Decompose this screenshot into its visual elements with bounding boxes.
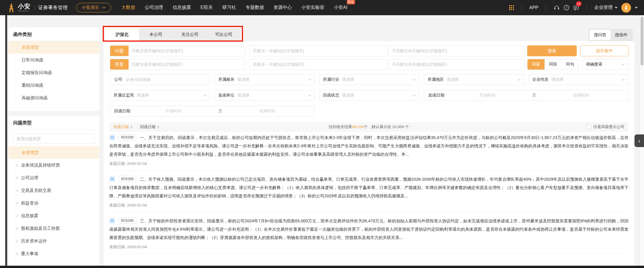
question-match-all-input[interactable] xyxy=(129,46,245,56)
nav-item-bigdata[interactable]: 大数据 xyxy=(121,5,135,11)
chevron-down-icon xyxy=(413,95,416,97)
precise-search-select[interactable]: 精确搜索 xyxy=(582,59,628,70)
stock-code-tag[interactable]: 603266 xyxy=(119,176,136,182)
scope-same-sentence[interactable]: 同句 xyxy=(561,59,578,70)
result-question-text[interactable]: 三、关于标的外部投资者退出安排。回函显示，标的公司2024年7月B+轮估值为投前… xyxy=(109,219,628,240)
question-type-major-events[interactable]: 重大事项 xyxy=(9,247,99,260)
nav-item-disclosure[interactable]: 信息披露 xyxy=(173,5,191,11)
scrollbar-thumb[interactable] xyxy=(641,17,643,65)
chevron-right-icon xyxy=(16,252,18,255)
divider xyxy=(586,5,587,10)
answer-match-all-input[interactable] xyxy=(129,59,245,70)
notification-count-badge: 13 xyxy=(576,1,582,6)
letter-type-daily-inquiry[interactable]: 日常问询函 xyxy=(9,54,99,66)
help-icon[interactable]: ? xyxy=(563,5,570,11)
headset-icon[interactable] xyxy=(554,5,560,11)
stock-code-tag[interactable]: 603266 xyxy=(119,217,136,223)
env-selector-label: 小安演示 xyxy=(82,5,99,10)
top-navbar: 小安 INHOPE 证券事务管理 小安演示 大数据 公司治理 信息披露 E投关 … xyxy=(0,0,644,15)
csrc-bureau-select[interactable]: 所属证监局 请选择 xyxy=(110,90,210,101)
question-match-none-input[interactable] xyxy=(389,46,524,56)
clear-conditions-button[interactable]: 清空条件 xyxy=(580,45,628,56)
message-icon[interactable]: 13 xyxy=(573,5,579,11)
question-badge: 问 xyxy=(109,135,115,140)
app-window: 小安 INHOPE 证券事务管理 小安演示 大数据 公司治理 信息披露 E投关 … xyxy=(0,0,644,268)
sender-unit-select[interactable]: 发函单位 请选择 xyxy=(215,90,315,101)
result-question-text[interactable]: 一、关于交易目的。回函显示，本次交易完成后，标的公司短期内仍处于亏损状态，将导致… xyxy=(109,135,628,157)
chevron-down-icon xyxy=(517,79,521,81)
answer-match-any-input[interactable] xyxy=(250,59,387,70)
result-question-text[interactable]: 二、关于收入预测。回函显示，本次收入预测以标的公司已定点项目、意向储备项目为基础… xyxy=(109,177,628,198)
question-type-all[interactable]: 全部类型 xyxy=(9,146,99,159)
chevron-down-icon xyxy=(622,79,625,81)
board-select[interactable]: 所属板块 请选择 xyxy=(215,74,315,85)
app-grid-icon[interactable] xyxy=(509,5,514,10)
region-select[interactable]: 所属地区 请选择 xyxy=(424,74,524,85)
industry-select[interactable]: 所属行业 请选择 xyxy=(319,74,420,85)
answer-match-none-input[interactable] xyxy=(389,59,524,70)
letter-type-refinancing[interactable]: 再融资问询函 xyxy=(9,92,99,104)
reply-date-start[interactable]: 开始时间 xyxy=(130,109,217,114)
nav-item-academy[interactable]: 研习社 xyxy=(222,5,236,11)
question-type-equity-change[interactable]: 权益变动 xyxy=(9,197,99,209)
question-type-panel: 问题类型 全部类型 业务情况及持续经营 公司治理 交易及关联交易 权益变动 信息… xyxy=(9,116,99,266)
nav-item-eir[interactable]: E投关 xyxy=(200,5,213,11)
letter-type-all[interactable]: 全部类型 xyxy=(9,41,99,54)
question-match-any-input[interactable] xyxy=(250,46,387,56)
question-type-governance[interactable]: 公司治理 xyxy=(9,171,99,184)
panel-collapse-handle[interactable]: ‹ xyxy=(635,134,644,147)
scope-toggle-group: 同篇 同段 同句 xyxy=(527,59,579,70)
question-type-business[interactable]: 业务情况及持续经营 xyxy=(9,159,99,171)
risk-filter[interactable]: 仅看风险警示公司 xyxy=(587,124,624,130)
org-management-menu[interactable]: 企业管理 xyxy=(594,5,618,11)
tab-hushenbei[interactable]: 沪深北 xyxy=(105,28,139,41)
main-nav: 大数据 公司治理 信息披露 E投关 研习社 专题数据 资源中心 小安实验室 小安… xyxy=(121,5,347,11)
answer-match-any-field xyxy=(249,59,387,70)
mode-search-qa[interactable]: 搜问答 xyxy=(590,30,611,40)
reply-date-end[interactable]: 结束时间 xyxy=(224,109,311,114)
reply-status-select[interactable]: 回函状态 请选择 xyxy=(319,90,420,101)
nav-item-topic-data[interactable]: 专题数据 xyxy=(246,5,264,11)
scope-same-article[interactable]: 同篇 xyxy=(528,59,544,70)
send-date-end[interactable]: 结束时间 xyxy=(538,93,624,98)
question-type-transactions[interactable]: 交易及关联交易 xyxy=(9,184,99,197)
brand-logo[interactable]: 小安 INHOPE xyxy=(7,3,30,13)
nav-item-lab[interactable]: 小安实验室 xyxy=(301,5,324,11)
env-selector[interactable]: 小安演示 xyxy=(76,3,111,12)
letter-type-periodic-report[interactable]: 定期报告问询函 xyxy=(9,66,99,79)
sort-by-reply-date[interactable]: 回函日期 xyxy=(140,124,159,130)
nav-item-resource-center[interactable]: 资源中心 xyxy=(274,5,292,11)
stock-code-tag[interactable]: 603266 xyxy=(119,134,136,140)
tab-watched-companies[interactable]: 关注公司 xyxy=(173,28,207,41)
divider xyxy=(34,5,35,10)
send-date-start[interactable]: 开始时间 xyxy=(444,93,531,98)
company-input[interactable] xyxy=(122,74,210,85)
send-date-range-field[interactable]: 发函日期 开始时间 至 结束时间 xyxy=(424,90,628,101)
question-type-search-input[interactable] xyxy=(13,134,94,144)
letter-type-restructuring[interactable]: 重组问询函 xyxy=(9,79,99,92)
letter-category-panel: 函件类别 全部类型 日常问询函 定期报告问询函 重组问询函 再融资问询函 xyxy=(9,27,99,111)
question-type-incentive[interactable]: 股权激励及员工持股 xyxy=(9,222,99,235)
mode-search-letters[interactable]: 搜函件 xyxy=(611,30,632,40)
nav-item-governance[interactable]: 公司治理 xyxy=(145,5,163,11)
tab-comparable-companies[interactable]: 可比公司 xyxy=(207,28,241,41)
scope-same-paragraph[interactable]: 同段 xyxy=(544,59,561,70)
app-download-link[interactable]: APP xyxy=(529,5,538,10)
user-avatar[interactable] xyxy=(621,3,631,13)
reply-date-range-field[interactable]: 回函日期 开始时间 至 结束时间 xyxy=(110,106,315,117)
question-type-disclosure[interactable]: 信息披露 xyxy=(9,209,99,222)
answer-match-all-field: 答复 xyxy=(110,59,245,70)
risk-filter-checkbox[interactable] xyxy=(587,125,591,129)
tab-own-company[interactable]: 本公司 xyxy=(139,28,173,41)
chevron-right-icon xyxy=(16,176,18,180)
sort-by-send-date[interactable]: 发函日期 xyxy=(113,124,133,130)
result-send-date: 发函日期: 2026-02-04 xyxy=(109,203,628,208)
chevron-right-icon xyxy=(16,227,18,230)
question-type-capital-history[interactable]: 历史资本运作 xyxy=(9,235,99,247)
nav-item-ai[interactable]: 小安AI 限免 xyxy=(334,5,347,11)
search-button[interactable]: 搜索 xyxy=(527,45,577,56)
chevron-down-icon[interactable] xyxy=(635,7,638,9)
chevron-down-icon xyxy=(102,7,106,9)
divider xyxy=(546,5,546,10)
enterprise-nature-select[interactable]: 企业性质 请选择 xyxy=(529,74,628,85)
